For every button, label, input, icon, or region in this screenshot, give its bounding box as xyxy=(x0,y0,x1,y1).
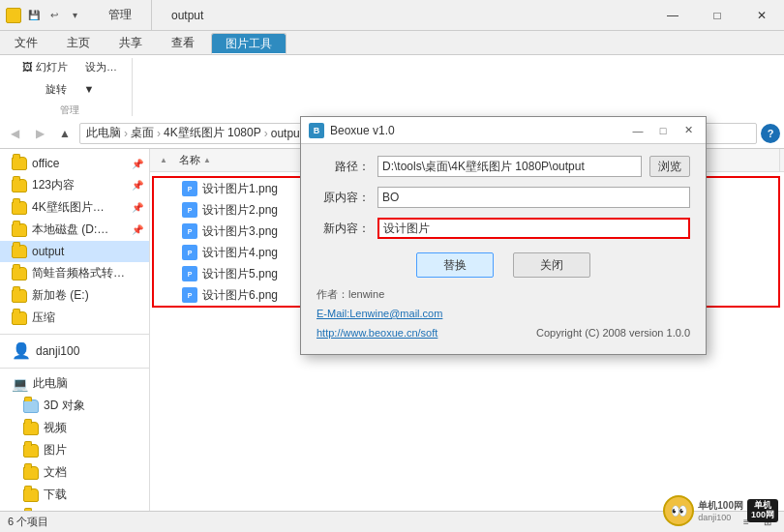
minimize-button[interactable]: — xyxy=(650,0,695,31)
sidebar-item-office[interactable]: office 📌 xyxy=(0,153,149,174)
ribbon-tab-view[interactable]: 查看 xyxy=(157,31,209,54)
dialog-app-icon: B xyxy=(309,123,324,138)
sidebar-item-pictures[interactable]: 图片 xyxy=(0,439,149,461)
folder-icon xyxy=(23,511,39,512)
sidebar-item-audio[interactable]: 简蛙音频格式转… xyxy=(0,262,149,284)
folder-icon xyxy=(12,179,27,192)
new-label: 新内容： xyxy=(317,221,370,237)
original-input[interactable] xyxy=(377,187,690,208)
png-icon: P xyxy=(182,245,197,260)
close-button[interactable]: ✕ xyxy=(739,0,784,31)
folder-icon xyxy=(12,157,27,170)
png-icon: P xyxy=(182,223,197,239)
status-right: ≡ ⊞ xyxy=(738,514,776,531)
quick-access: 💾 ↩ ▾ xyxy=(25,7,83,24)
folder-icon xyxy=(23,422,39,435)
sidebar-item-docs[interactable]: 文档 xyxy=(0,461,149,484)
sidebar-item-4k[interactable]: 4K壁纸图片… 📌 xyxy=(0,196,149,219)
list-view-btn[interactable]: ≡ xyxy=(738,514,755,531)
sidebar-item-output[interactable]: output xyxy=(0,241,149,262)
ribbon-btn-4[interactable]: ▼ xyxy=(77,79,102,100)
sidebar-item-video[interactable]: 视频 xyxy=(0,417,149,439)
sidebar-item-compress[interactable]: 压缩 xyxy=(0,307,149,329)
folder-icon xyxy=(23,444,39,458)
copyright-text: Copyright (C) 2008 version 1.0.0 xyxy=(536,324,690,343)
forward-button[interactable]: ▶ xyxy=(29,123,50,144)
sidebar-item-music[interactable]: 音乐 xyxy=(0,506,149,511)
folder-icon xyxy=(23,399,39,413)
ribbon-btn-3[interactable]: 旋转 xyxy=(39,79,74,100)
dialog-maximize[interactable]: □ xyxy=(653,121,673,140)
title-bar: 💾 ↩ ▾ 管理 output — □ ✕ xyxy=(0,0,784,31)
beoxue-dialog[interactable]: B Beoxue v1.0 — □ ✕ 路径： 浏览 原内容： xyxy=(300,116,707,355)
quick-dropdown[interactable]: ▾ xyxy=(66,7,83,24)
back-button[interactable]: ◀ xyxy=(4,123,25,144)
dialog-info: 作者：lenwine E-Mail:Lenwine@mail.com http:… xyxy=(317,285,690,342)
sidebar-separator xyxy=(0,329,149,335)
ribbon-tab-file[interactable]: 文件 xyxy=(0,31,52,54)
ribbon-content: 🖼 幻灯片 设为… 旋转 ▼ 管理 xyxy=(0,54,784,118)
title-center: 管理 output xyxy=(89,0,650,30)
ribbon: 文件 主页 共享 查看 图片工具 🖼 幻灯片 设为… 旋转 ▼ 管理 xyxy=(0,31,784,118)
ribbon-tab-picture-tools[interactable]: 图片工具 xyxy=(211,33,286,54)
quick-save[interactable]: 💾 xyxy=(25,7,43,24)
window-name: output xyxy=(152,0,223,30)
author-text: 作者：lenwine xyxy=(317,285,690,305)
sidebar-item-3d[interactable]: 3D 对象 xyxy=(0,395,149,417)
png-icon: P xyxy=(182,202,197,218)
browse-button[interactable]: 浏览 xyxy=(649,156,690,177)
action-btn-row: 替换 关闭 xyxy=(317,252,690,278)
ribbon-tab-home[interactable]: 主页 xyxy=(52,31,105,54)
maximize-button[interactable]: □ xyxy=(695,0,739,31)
folder-icon xyxy=(12,311,27,325)
sidebar-item-123[interactable]: 123内容 📌 xyxy=(0,174,149,196)
close-dialog-button[interactable]: 关闭 xyxy=(513,252,590,278)
sidebar-item-localdisk[interactable]: 本地磁盘 (D:… 📌 xyxy=(0,219,149,241)
grid-view-btn[interactable]: ⊞ xyxy=(759,514,776,531)
status-bar: 6 个项目 ≡ ⊞ xyxy=(0,511,784,532)
title-bar-left: 💾 ↩ ▾ xyxy=(0,0,89,30)
dialog-titlebar: B Beoxue v1.0 — □ ✕ xyxy=(301,117,706,144)
danji-icon: 👤 xyxy=(12,341,31,360)
ribbon-btn-2[interactable]: 设为… xyxy=(78,57,124,77)
dialog-close[interactable]: ✕ xyxy=(678,121,698,140)
status-count: 6 个项目 xyxy=(8,515,48,529)
sidebar-item-this-computer[interactable]: 💻 此电脑 xyxy=(0,372,149,395)
path-label: 路径： xyxy=(317,159,370,175)
png-icon: P xyxy=(182,287,197,303)
replace-button[interactable]: 替换 xyxy=(416,252,494,278)
sort-indicator: ▲ xyxy=(160,156,167,164)
email-link[interactable]: E-Mail:Lenwine@mail.com xyxy=(317,308,442,319)
original-row: 原内容： xyxy=(317,187,690,208)
folder-icon xyxy=(6,8,21,23)
up-button[interactable]: ▲ xyxy=(54,123,75,144)
png-icon: P xyxy=(182,266,197,281)
sidebar-item-downloads[interactable]: 下载 xyxy=(0,484,149,506)
ribbon-tabs: 文件 主页 共享 查看 图片工具 xyxy=(0,31,784,54)
folder-icon xyxy=(12,267,27,281)
sidebar-item-drive-e[interactable]: 新加卷 (E:) xyxy=(0,284,149,307)
dialog-title: Beoxue v1.0 xyxy=(330,124,622,137)
sidebar: office 📌 123内容 📌 4K壁纸图片… 📌 本地磁盘 (D:… 📌 o xyxy=(0,149,150,511)
folder-icon xyxy=(12,289,27,303)
folder-icon xyxy=(23,488,39,502)
sidebar-separator2 xyxy=(0,363,149,369)
ribbon-tab-share[interactable]: 共享 xyxy=(105,31,157,54)
dialog-body: 路径： 浏览 原内容： 新内容： 替换 关闭 xyxy=(301,144,706,354)
dialog-minimize[interactable]: — xyxy=(628,121,648,140)
window-controls: — □ ✕ xyxy=(650,0,784,30)
ribbon-group-1: 🖼 幻灯片 设为… 旋转 ▼ 管理 xyxy=(8,58,133,116)
folder-icon xyxy=(23,466,39,480)
website-link[interactable]: http://www.beoxue.cn/soft xyxy=(317,324,437,343)
new-content-input[interactable] xyxy=(377,218,690,239)
ribbon-btn-1[interactable]: 🖼 幻灯片 xyxy=(15,57,75,77)
path-input[interactable] xyxy=(377,156,642,177)
folder-icon xyxy=(12,245,27,258)
quick-undo[interactable]: ↩ xyxy=(45,7,63,24)
sidebar-item-danji100[interactable]: 👤 danji100 xyxy=(0,339,149,363)
help-button[interactable]: ? xyxy=(761,124,780,143)
folder-icon xyxy=(12,223,27,237)
folder-icon xyxy=(12,201,27,215)
computer-icon: 💻 xyxy=(12,376,28,392)
tab-manage[interactable]: 管理 xyxy=(89,0,152,30)
